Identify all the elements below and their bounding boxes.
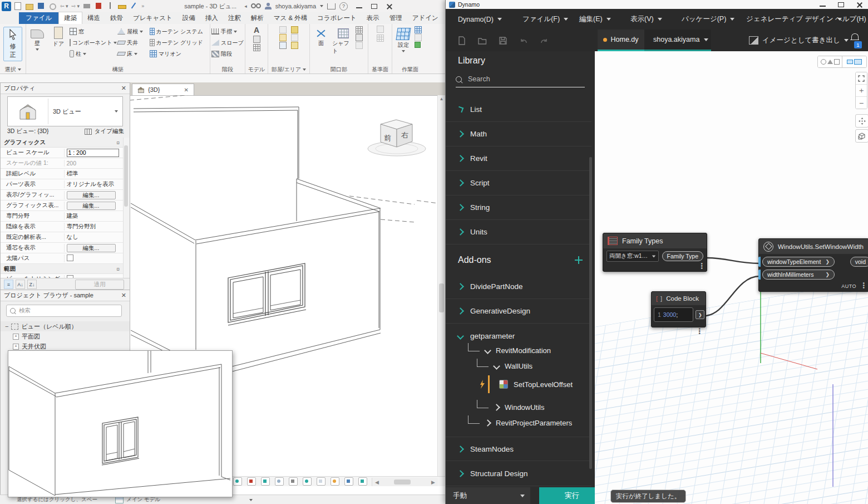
type-selector-chevron-icon[interactable] [115,110,118,112]
search-binoculars-icon[interactable] [251,3,261,9]
tree-revit-project-parameters[interactable]: RevitProjectParameters [468,419,572,427]
model-text-icon[interactable]: A [254,26,259,35]
undo-icon[interactable]: ⇦ ▾ [60,3,68,9]
library-scrollbar[interactable] [589,157,592,469]
sort-az-icon[interactable]: A↓ [16,280,25,289]
tab-massing[interactable]: マス & 外構 [269,12,313,24]
run-mode-select[interactable]: 手動 [446,487,530,504]
lock-view-icon[interactable] [358,477,367,486]
floating-3d-view[interactable] [8,350,233,497]
temporary-hide-icon[interactable] [317,477,326,486]
dynamo-maximize-icon[interactable] [837,2,845,8]
open-file-icon[interactable] [25,2,33,10]
detail-level-value[interactable]: 標準 [64,170,125,178]
pin-icon[interactable] [106,2,115,10]
qat-more-icon[interactable]: » [141,3,144,9]
wall-opening-icon[interactable] [356,26,363,33]
grid-icon[interactable] [377,35,384,42]
library-section-units[interactable]: Units [446,220,591,244]
fit-view-icon[interactable] [856,72,867,84]
save-icon[interactable] [37,2,45,10]
panel-label-select[interactable]: 選択 [0,66,26,74]
type-selector[interactable]: 3D ビュー [7,96,123,126]
library-section-string[interactable]: String [446,195,591,220]
graph-view-toggle[interactable] [842,56,866,67]
apply-button[interactable]: 適用 [75,280,124,290]
vertical-opening-icon[interactable] [356,34,363,41]
node-family-types[interactable]: Family Types 両開き窓:w1200h1200 Family Type… [603,233,707,272]
menu-view[interactable]: 表示(V) [630,14,662,24]
opening-face-button[interactable]: 面 [311,26,331,47]
geometry-view-toggle[interactable] [818,56,842,67]
library-section-math[interactable]: Math [446,122,591,146]
reveal-hidden-icon[interactable] [331,477,339,486]
node-menu-icon[interactable]: ••• [701,263,703,270]
parts-visibility-value[interactable]: オリジナルを表示 [64,180,125,188]
render-icon[interactable] [233,477,242,486]
node-code-block[interactable]: [ ] Code Block 1 3000 ; ❯ ••• [651,291,706,327]
tree-window-utils[interactable]: WindowUtils [477,403,545,412]
addons-add-icon[interactable] [575,256,583,264]
tab-home-dy[interactable]: Home.dy [598,30,644,51]
type-edit-button[interactable]: タイプ編集 [85,128,124,135]
print-icon[interactable] [83,2,91,10]
lacing-label[interactable]: AUTO [841,283,856,289]
section-extents[interactable]: 範囲¤ [1,264,124,274]
section-box-icon[interactable] [344,477,353,486]
model-line-icon[interactable] [253,36,260,43]
modify-button[interactable]: 修正 [3,27,22,61]
code-block-editor[interactable]: 1 3000 ; [654,307,693,322]
redo-icon[interactable] [540,36,549,45]
crop-view-icon[interactable] [289,477,298,486]
window-button[interactable]: 窓 [70,26,116,37]
show-crop-icon[interactable] [303,477,312,486]
node-header[interactable]: Family Types [603,233,707,248]
grid-display-edit-button[interactable]: 編集... [67,244,116,252]
hidden-lines-value[interactable]: 専門分野別 [64,223,125,231]
open-graph-icon[interactable] [478,36,487,45]
menu-generative-design[interactable]: ジェネレーティブ デザイン [746,14,842,24]
addon-generative-design[interactable]: GenerativeDesign [446,299,591,324]
dynamo-close-icon[interactable] [856,2,863,8]
project-browser-close-icon[interactable]: ✕ [121,292,126,299]
menu-dynamo[interactable]: Dynamo(D) [458,16,502,23]
shadows-icon[interactable] [275,477,284,486]
close-view-icon[interactable]: ✕ [184,87,189,93]
minimize-icon[interactable] [356,3,363,9]
expand-icon[interactable]: + [13,334,19,340]
shaft-button[interactable]: シャフト [332,26,354,55]
wall-button[interactable]: 壁 [27,26,47,51]
signed-in-user[interactable]: shoya.akiyama [275,3,316,9]
visibility-edit-button[interactable]: 編集... [67,191,116,199]
new-graph-icon[interactable] [457,36,466,45]
tab-precast[interactable]: プレキャスト [128,12,177,24]
tab-manage[interactable]: 管理 [384,12,407,24]
area-icon[interactable] [291,26,298,33]
tab-analyze[interactable]: 解析 [246,12,269,24]
sun-path-icon[interactable] [261,477,270,486]
section-graphics[interactable]: グラフィックス¤ [1,138,124,148]
library-search-input[interactable] [467,75,569,84]
tree-set-top-level-offset[interactable]: SetTopLevelOffset [499,380,573,389]
node-menu-icon[interactable]: ••• [862,282,865,289]
room-icon[interactable] [279,26,287,33]
tree-floor-plans[interactable]: + 平面図 [1,331,130,341]
input-port-width-in-millimeters[interactable]: widthInMillimeters❯ [762,270,835,280]
addon-structural-design[interactable]: Structural Design [446,462,591,486]
ramp-button[interactable]: スロープ [211,37,244,48]
sort-za-icon[interactable]: Z↓ [27,280,37,289]
tree-revit-modification[interactable]: RevitModification [468,346,551,355]
view-scale-input[interactable] [67,149,119,157]
ceiling-button[interactable]: 天井 [117,37,149,48]
maximize-icon[interactable] [371,3,378,9]
tab-collaborate[interactable]: コラボレート [312,12,361,24]
properties-scrollbar[interactable] [123,138,129,278]
tab-file[interactable]: ファイル [19,12,58,24]
tag-area-icon[interactable] [291,42,298,49]
node-set-window-width[interactable]: WindowUtils.SetWindowWidth windowTypeEle… [758,238,868,292]
menu-file[interactable]: ファイル(F) [522,14,568,24]
node-header[interactable]: WindowUtils.SetWindowWidth [759,239,868,254]
tab-structure[interactable]: 構造 [82,12,105,24]
infocenter-collapse-icon[interactable]: ◂ [244,3,247,9]
model-chevron-icon[interactable] [249,499,253,501]
